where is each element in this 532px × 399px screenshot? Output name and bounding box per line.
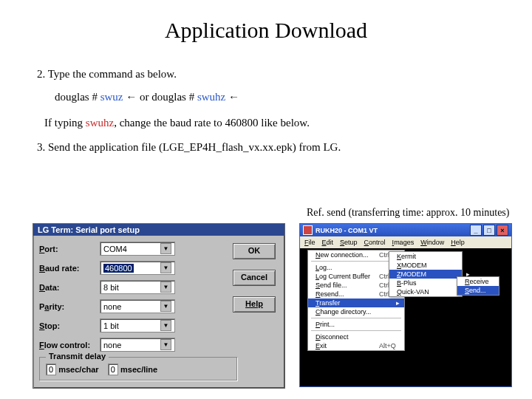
menu-item[interactable]: Transfer [308,299,404,307]
step-3: 3. Send the application file (LGE_EP4H_f… [37,141,532,154]
caret-down-icon: ▼ [160,320,171,331]
data-select[interactable]: 8 bit▼ [100,280,175,294]
terminal-window: RUKH20 - COM1 VT _ □ × FileEditSetupCont… [299,223,512,387]
close-button[interactable]: × [497,225,508,236]
menu-item[interactable]: Receive [457,277,499,286]
caret-down-icon: ▼ [160,262,171,273]
menu-item[interactable]: B-Plus [389,279,462,287]
menu-item[interactable]: Change directory... [308,307,404,316]
transmit-delay-group: Transmit delay 0 msec/char 0 msec/line [39,357,237,381]
cancel-button[interactable]: Cancel [233,270,276,286]
terminal-titlebar: RUKH20 - COM1 VT _ □ × [300,224,511,236]
menu-item[interactable]: Kermit [389,252,462,261]
zmodem-submenu[interactable]: ReceiveSend... [457,276,499,296]
help-button[interactable]: Help [233,296,276,313]
app-icon [303,225,313,235]
port-select[interactable]: COM4▼ [100,242,175,256]
menu-edit[interactable]: Edit [322,239,334,246]
menu-file[interactable]: File [304,239,316,246]
flow-select[interactable]: none▼ [100,338,175,352]
caret-down-icon: ▼ [160,243,171,254]
ok-button[interactable]: OK [233,243,276,259]
menu-item[interactable]: Quick-VAN [389,287,462,296]
terminal-menubar: FileEditSetupControlImagesWindowHelp [300,236,511,248]
parity-select[interactable]: none▼ [100,299,175,313]
caret-down-icon: ▼ [160,339,171,350]
menu-setup[interactable]: Setup [340,239,358,246]
baud-select[interactable]: 460800▼ [100,261,175,275]
menu-item[interactable]: ExitAlt+Q [308,341,404,350]
menu-control[interactable]: Control [364,239,386,246]
stop-select[interactable]: 1 bit▼ [100,318,175,332]
swuhz-note: If typing swuhz, change the baud rate to… [44,117,532,129]
page-title: Application Download [0,18,532,43]
menu-item[interactable]: XMODEM [389,261,462,270]
ref-note: Ref. send (transferring time: approx. 10… [307,207,509,219]
menu-item[interactable]: ZMODEM [389,270,462,279]
menu-window[interactable]: Window [420,239,444,246]
step-2: 2. Type the command as below. [37,68,532,81]
command-line: douglas # swuz ← or douglas # swuhz ← [55,91,532,103]
menu-item[interactable]: Disconnect [308,332,404,341]
menu-item[interactable]: Print... [308,320,404,329]
menu-help[interactable]: Help [451,239,465,246]
maximize-button[interactable]: □ [483,225,495,236]
minimize-button[interactable]: _ [470,225,482,236]
caret-down-icon: ▼ [160,282,171,293]
serial-setup-dialog: LG Term: Serial port setup OK Cancel Hel… [33,223,285,389]
msec-char-input[interactable]: 0 [46,364,56,375]
menu-item[interactable]: Send... [457,286,499,295]
msec-line-input[interactable]: 0 [108,364,118,375]
caret-down-icon: ▼ [160,301,171,312]
transfer-submenu[interactable]: KermitXMODEMZMODEMB-PlusQuick-VAN [389,251,463,297]
menu-images[interactable]: Images [392,239,415,246]
dialog-title: LG Term: Serial port setup [33,224,284,236]
